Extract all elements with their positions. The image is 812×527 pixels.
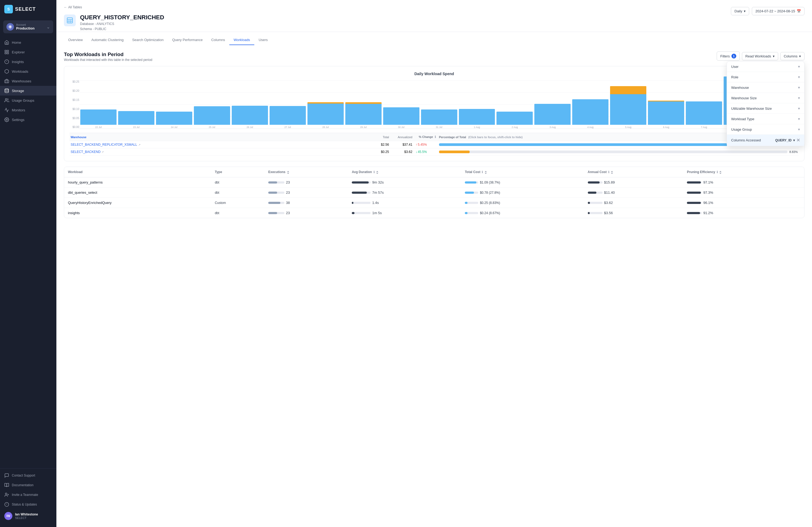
bar-label-1: 23 Jul — [133, 126, 139, 129]
sidebar-item-documentation[interactable]: Documentation — [0, 480, 56, 490]
bar-group-16[interactable]: 7 Aug — [686, 80, 722, 129]
workload-type-cell: dbt — [211, 208, 264, 218]
avg-duration-cell: 1m 5s — [348, 208, 461, 218]
pct-bar-fill-1 — [439, 143, 757, 146]
bar-group-9[interactable]: 31 Jul — [421, 80, 457, 129]
tab-columns[interactable]: Columns — [207, 35, 229, 45]
bar-blue-14 — [610, 94, 646, 125]
bar-stack-10 — [459, 109, 495, 125]
bar-group-14[interactable]: 5 Aug — [610, 80, 646, 129]
bar-group-10[interactable]: 1 Aug — [459, 80, 495, 129]
total-cost-cell: $0.24 (8.67%) — [461, 208, 584, 218]
date-range-picker[interactable]: 2024-07-22 ~ 2024-08-15 📅 — [752, 7, 804, 15]
warehouse-row-1[interactable]: SELECT_BACKEND_REPLICATOR_XSMALL ↗ $2.56… — [70, 141, 799, 148]
filters-button[interactable]: Filters 1 — [717, 51, 740, 61]
sidebar-item-contact-support[interactable]: Contact Support — [0, 471, 56, 480]
bar-group-7[interactable]: 29 Jul — [345, 80, 381, 129]
table-row[interactable]: dbt_queries_select dbt 23 7m 57s — [64, 187, 804, 198]
sidebar-item-settings[interactable]: Settings — [0, 115, 56, 124]
annual-cost-bar-bg — [588, 212, 603, 214]
bar-group-3[interactable]: 25 Jul — [194, 80, 230, 129]
tab-search-optimization[interactable]: Search Optimization — [128, 35, 168, 45]
bar-group-6[interactable]: 28 Jul — [307, 80, 344, 129]
y-label-4: $0.05 — [70, 117, 79, 120]
annual-cost-bar-bg — [588, 202, 603, 204]
sidebar-item-label-documentation: Documentation — [12, 483, 33, 487]
sidebar-item-home[interactable]: Home — [0, 37, 56, 47]
explorer-icon — [4, 50, 9, 55]
tab-users[interactable]: Users — [254, 35, 272, 45]
header-schema: Schema - PUBLIC — [80, 27, 164, 32]
sidebar-item-usage-groups[interactable]: Usage Groups — [0, 95, 56, 105]
filter-workload-type[interactable]: Workload Type ▾ — [727, 114, 804, 124]
sidebar-item-workloads[interactable]: Workloads — [0, 66, 56, 76]
filter-utilizable-warehouse-size[interactable]: Utilizable Warehouse Size ▾ — [727, 103, 804, 114]
col-pruning-efficiency[interactable]: Pruning Efficiency ℹ — [683, 167, 804, 177]
bar-stack-12 — [534, 104, 570, 125]
filter-usage-group-chevron: ▾ — [798, 127, 800, 132]
bar-group-8[interactable]: 30 Jul — [383, 80, 419, 129]
tab-overview[interactable]: Overview — [64, 35, 87, 45]
filter-warehouse[interactable]: Warehouse ▾ — [727, 82, 804, 93]
bar-group-1[interactable]: 23 Jul — [118, 80, 155, 129]
bar-group-5[interactable]: 27 Jul — [270, 80, 306, 129]
bar-group-13[interactable]: 4 Aug — [572, 80, 608, 129]
annual-cost-cell: $3.56 — [584, 208, 683, 218]
filter-user[interactable]: User ▾ — [727, 61, 804, 72]
user-name: Ian Whitestone — [15, 512, 52, 516]
bar-label-10: 1 Aug — [474, 126, 480, 129]
sidebar-item-status-updates[interactable]: Status & Updates — [0, 500, 56, 509]
col-executions[interactable]: Executions — [264, 167, 348, 177]
tab-automatic-clustering[interactable]: Automatic Clustering — [87, 35, 128, 45]
account-selector[interactable]: Account Production ⌄ — [3, 20, 53, 33]
wh-col-header: Warehouse — [71, 136, 370, 139]
filter-columns-accessed[interactable]: Columns Accessed QUERY_ID ▾ ✕ — [727, 135, 804, 146]
sidebar-item-label-workloads: Workloads — [12, 70, 28, 74]
user-profile[interactable]: IW Ian Whitestone SELECT — [0, 509, 56, 523]
bar-blue-4 — [232, 106, 268, 125]
filter-clear-icon[interactable]: ✕ — [796, 138, 800, 143]
tab-query-performance[interactable]: Query Performance — [168, 35, 207, 45]
total-cost-value: $0.25 (8.83%) — [480, 201, 500, 205]
bar-group-15[interactable]: 6 Aug — [648, 80, 684, 129]
back-link[interactable]: ← All Tables — [64, 5, 82, 9]
tab-workloads[interactable]: Workloads — [229, 35, 254, 45]
sidebar-item-storage[interactable]: Storage — [0, 86, 56, 95]
columns-chevron-icon: ▾ — [799, 54, 801, 58]
table-row[interactable]: insights dbt 23 1m 5s $0. — [64, 208, 804, 218]
bar-group-11[interactable]: 2 Aug — [496, 80, 533, 129]
period-dropdown[interactable]: Daily ▾ — [731, 7, 749, 15]
cost-bar-bg — [465, 202, 478, 204]
bar-label-3: 25 Jul — [209, 126, 215, 129]
sidebar-item-warehouses[interactable]: Warehouses — [0, 76, 56, 86]
bar-group-12[interactable]: 3 Aug — [534, 80, 570, 129]
filter-usage-group[interactable]: Usage Group ▾ — [727, 124, 804, 135]
pruning-efficiency-cell: 91.2% — [683, 208, 804, 218]
wl-table-body: hourly_query_patterns dbt 23 9m 32s — [64, 177, 804, 218]
col-annual-cost[interactable]: Annual Cost ℹ — [584, 167, 683, 177]
columns-accessed-value-area: QUERY_ID ▾ ✕ — [775, 138, 800, 143]
bar-label-6: 28 Jul — [322, 126, 329, 129]
bar-label-12: 3 Aug — [549, 126, 555, 129]
bar-group-2[interactable]: 24 Jul — [156, 80, 192, 129]
read-workloads-dropdown[interactable]: Read Workloads ▾ — [742, 52, 778, 60]
warehouse-row-2[interactable]: SELECT_BACKEND ↗ $0.25 $3.62 ↓ 45.5% — [70, 148, 799, 156]
table-row[interactable]: hourly_query_patterns dbt 23 9m 32s — [64, 177, 804, 187]
col-total-cost[interactable]: Total Cost ℹ — [461, 167, 584, 177]
col-avg-duration[interactable]: Avg Duration ℹ — [348, 167, 461, 177]
sidebar-item-explorer[interactable]: Explorer — [0, 47, 56, 57]
cost-bar-bg — [465, 212, 478, 214]
sidebar-item-monitors[interactable]: Monitors — [0, 105, 56, 115]
sidebar-item-insights[interactable]: Insights — [0, 57, 56, 66]
bar-group-4[interactable]: 26 Jul — [232, 80, 268, 129]
total-cost-value: $0.24 (8.67%) — [480, 211, 500, 215]
filter-role[interactable]: Role ▾ — [727, 72, 804, 82]
bar-group-0[interactable]: 22 Jul — [80, 80, 117, 129]
filter-warehouse-size[interactable]: Warehouse Size ▾ — [727, 93, 804, 103]
sidebar-item-invite-teammate[interactable]: Invite a Teammate — [0, 490, 56, 500]
bar-blue-5 — [270, 106, 306, 125]
columns-dropdown[interactable]: Columns ▾ — [780, 52, 804, 60]
table-row[interactable]: QueryHistoryEnrichedQuery Custom 38 1.4s — [64, 198, 804, 208]
executions-cell: 23 — [264, 208, 348, 218]
bar-blue-9 — [421, 109, 457, 125]
